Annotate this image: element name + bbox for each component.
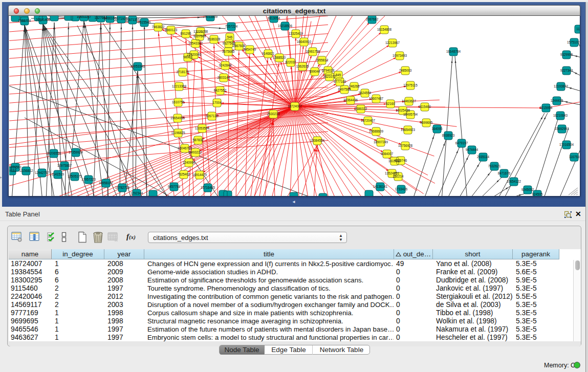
svg-text:14136141: 14136141 — [373, 185, 388, 188]
svg-text:9699695: 9699695 — [420, 121, 433, 124]
svg-text:18724007: 18724007 — [288, 104, 302, 108]
svg-text:19384554: 19384554 — [310, 139, 325, 142]
svg-text:10025438: 10025438 — [396, 108, 410, 112]
svg-text:16914479: 16914479 — [192, 173, 207, 177]
svg-text:1733426: 1733426 — [395, 187, 408, 191]
svg-text:2867608: 2867608 — [233, 44, 246, 48]
svg-text:2386322: 2386322 — [355, 107, 367, 111]
svg-text:6497568: 6497568 — [338, 87, 351, 91]
svg-text:1240994: 1240994 — [183, 161, 195, 164]
svg-text:746266: 746266 — [349, 84, 360, 88]
svg-text:16033809: 16033809 — [203, 16, 218, 18]
svg-text:546: 546 — [227, 35, 233, 39]
svg-text:11156812: 11156812 — [19, 169, 33, 172]
svg-text:12975115: 12975115 — [403, 83, 418, 87]
svg-text:7955812: 7955812 — [316, 58, 329, 62]
svg-text:20053346: 20053346 — [130, 64, 145, 68]
svg-text:2087682: 2087682 — [366, 17, 379, 21]
svg-text:12193872: 12193872 — [554, 84, 569, 88]
svg-text:15046766: 15046766 — [178, 146, 192, 150]
svg-text:9457791: 9457791 — [168, 185, 181, 188]
svg-text:62160: 62160 — [386, 102, 395, 105]
svg-text:1610755: 1610755 — [172, 100, 185, 104]
svg-text:10654122: 10654122 — [507, 180, 521, 183]
svg-text:924505: 924505 — [532, 192, 543, 196]
svg-text:1244415: 1244415 — [551, 99, 563, 102]
svg-text:9242848: 9242848 — [219, 63, 232, 67]
svg-text:9329906: 9329906 — [560, 53, 573, 56]
svg-text:1939561: 1939561 — [9, 165, 22, 169]
svg-text:891295: 891295 — [180, 32, 191, 35]
svg-text:4320746: 4320746 — [395, 159, 407, 162]
svg-text:18495794: 18495794 — [403, 113, 418, 116]
svg-text:9493222: 9493222 — [189, 150, 202, 154]
svg-text:7515540: 7515540 — [138, 20, 151, 24]
svg-text:10975867: 10975867 — [57, 164, 72, 167]
svg-text:12942757: 12942757 — [35, 171, 50, 174]
svg-text:16210643: 16210643 — [553, 114, 568, 117]
svg-text:15716485: 15716485 — [201, 186, 215, 189]
svg-text:13226058: 13226058 — [193, 30, 208, 33]
svg-text:9777169: 9777169 — [334, 80, 346, 83]
svg-text:15751074: 15751074 — [567, 40, 580, 44]
svg-text:8660123: 8660123 — [165, 28, 178, 32]
svg-text:2803144: 2803144 — [217, 76, 230, 79]
svg-text:1588520: 1588520 — [273, 56, 286, 59]
svg-text:10688609: 10688609 — [369, 129, 384, 133]
svg-text:18907249: 18907249 — [374, 140, 388, 144]
svg-text:116753: 116753 — [569, 155, 580, 159]
svg-text:3267130: 3267130 — [206, 114, 219, 118]
svg-text:2055724: 2055724 — [18, 19, 31, 23]
svg-text:845: 845 — [336, 73, 341, 77]
svg-text:10543342: 10543342 — [188, 41, 203, 45]
svg-text:10607487: 10607487 — [369, 97, 384, 100]
svg-text:8186328: 8186328 — [208, 37, 221, 41]
svg-text:16648784: 16648784 — [446, 50, 461, 53]
svg-text:16782759: 16782759 — [115, 186, 130, 189]
svg-text:17016504: 17016504 — [559, 143, 574, 146]
svg-text:10958167: 10958167 — [99, 181, 114, 185]
svg-text:1292344: 1292344 — [130, 191, 143, 195]
svg-text:9146821: 9146821 — [262, 52, 275, 55]
svg-text:7463822: 7463822 — [152, 25, 165, 29]
svg-text:9115460: 9115460 — [419, 105, 431, 108]
svg-text:899044: 899044 — [309, 70, 320, 73]
svg-text:3624554: 3624554 — [359, 91, 372, 95]
svg-text:98901: 98901 — [183, 55, 192, 59]
svg-text:7485003: 7485003 — [399, 69, 412, 72]
svg-text:252214: 252214 — [393, 174, 404, 178]
svg-text:12505175: 12505175 — [68, 174, 82, 178]
svg-text:19463627: 19463627 — [402, 99, 417, 103]
svg-text:19654955: 19654955 — [170, 116, 185, 120]
svg-text:8427552: 8427552 — [214, 89, 227, 92]
svg-text:9245052: 9245052 — [521, 188, 534, 191]
svg-text:15720407: 15720407 — [361, 119, 376, 122]
svg-text:2718176: 2718176 — [177, 70, 189, 74]
svg-text:8454749: 8454749 — [244, 48, 256, 51]
svg-text:20591406: 20591406 — [36, 18, 51, 21]
svg-text:9084007: 9084007 — [381, 152, 394, 156]
svg-text:7357224: 7357224 — [225, 25, 238, 28]
svg-text:2530213: 2530213 — [267, 112, 280, 116]
svg-text:10973493: 10973493 — [393, 54, 407, 57]
svg-text:9227343: 9227343 — [560, 69, 573, 72]
svg-text:8813054: 8813054 — [268, 16, 280, 20]
svg-text:13353594: 13353594 — [195, 126, 210, 130]
svg-text:17359924: 17359924 — [69, 150, 83, 154]
svg-text:17004: 17004 — [212, 101, 222, 104]
svg-text:111: 111 — [576, 27, 580, 31]
svg-text:164095: 164095 — [431, 127, 443, 130]
svg-text:1362635: 1362635 — [296, 64, 309, 68]
svg-text:10756928: 10756928 — [398, 144, 413, 147]
svg-text:587832: 587832 — [192, 138, 204, 142]
svg-text:10653287: 10653287 — [77, 16, 92, 18]
svg-text:3675685: 3675685 — [222, 50, 235, 53]
svg-text:2935114: 2935114 — [477, 155, 490, 159]
svg-text:7625402: 7625402 — [178, 172, 190, 176]
svg-text:16961758: 16961758 — [306, 50, 320, 53]
svg-text:13654923: 13654923 — [401, 128, 416, 132]
svg-text:20206556: 20206556 — [47, 151, 61, 155]
svg-text:9474444: 9474444 — [466, 148, 478, 151]
svg-text:6479197: 6479197 — [455, 141, 468, 145]
svg-text:20364436: 20364436 — [343, 98, 358, 102]
